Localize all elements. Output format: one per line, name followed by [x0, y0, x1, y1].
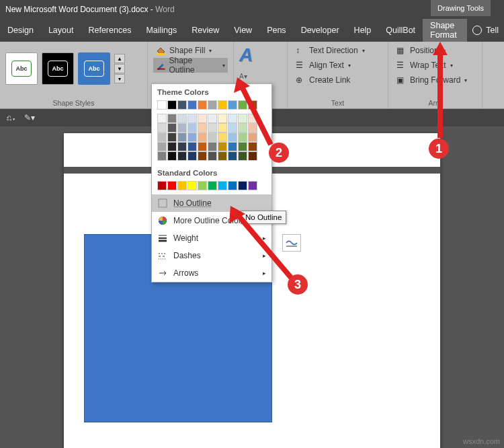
color-swatch[interactable]	[157, 133, 167, 142]
color-swatch[interactable]	[177, 151, 187, 161]
wordart-style-icon[interactable]: A	[239, 44, 253, 66]
position-icon: ▦	[396, 46, 407, 55]
color-swatch[interactable]	[208, 133, 217, 142]
color-swatch[interactable]	[198, 114, 207, 123]
tab-help[interactable]: Help	[347, 19, 379, 42]
gallery-scroll[interactable]: ▲▼▾	[114, 54, 125, 83]
standard-colors-header: Standard Colors	[152, 165, 271, 180]
color-swatch[interactable]	[157, 142, 167, 151]
tab-mailings[interactable]: Mailings	[138, 19, 184, 42]
tab-shape-format[interactable]: Shape Format	[423, 19, 467, 42]
shape-style-preset-1[interactable]: Abc	[5, 52, 38, 85]
color-swatch[interactable]	[198, 181, 207, 190]
color-swatch[interactable]	[198, 142, 207, 151]
color-swatch[interactable]	[157, 100, 167, 110]
color-swatch[interactable]	[157, 181, 167, 190]
tab-quillbot[interactable]: QuillBot	[378, 19, 423, 42]
color-swatch[interactable]	[167, 114, 177, 123]
bulb-icon	[472, 26, 482, 35]
text-direction-button[interactable]: ↕ Text Direction▾	[293, 43, 382, 58]
color-swatch[interactable]	[157, 123, 167, 133]
color-swatch[interactable]	[167, 151, 177, 161]
color-swatch[interactable]	[238, 151, 247, 161]
color-swatch[interactable]	[238, 181, 247, 190]
color-swatch[interactable]	[177, 142, 187, 151]
color-swatch[interactable]	[208, 151, 217, 161]
color-swatch[interactable]	[198, 151, 207, 161]
svg-rect-1	[157, 69, 165, 70]
color-swatch[interactable]	[167, 181, 177, 190]
align-text-button[interactable]: ☰ Align Text▾	[293, 58, 382, 73]
color-swatch[interactable]	[218, 151, 227, 161]
color-swatch[interactable]	[177, 100, 187, 110]
annotation-arrow-3	[225, 202, 299, 283]
color-swatch[interactable]	[167, 123, 177, 133]
shape-outline-button[interactable]: Shape Outline▾	[153, 58, 228, 73]
color-swatch[interactable]	[187, 133, 197, 142]
color-swatch[interactable]	[157, 151, 167, 161]
color-swatch[interactable]	[177, 114, 187, 123]
document-filename: New Microsoft Word Document (3).docx	[5, 5, 149, 14]
shape-style-preset-2[interactable]: Abc	[42, 52, 74, 85]
color-swatch[interactable]	[218, 133, 227, 142]
highlighter-icon[interactable]: ✎▾	[24, 113, 35, 122]
color-swatch[interactable]	[218, 181, 227, 190]
color-swatch[interactable]	[167, 100, 177, 110]
tab-view[interactable]: View	[226, 19, 259, 42]
color-swatch[interactable]	[228, 151, 237, 161]
tab-layout[interactable]: Layout	[41, 19, 81, 42]
color-swatch[interactable]	[208, 123, 217, 133]
group-label-shape-styles: Shape Styles	[0, 99, 147, 107]
color-swatch[interactable]	[218, 114, 227, 123]
title-bar: New Microsoft Word Document (3).docx - W…	[0, 0, 504, 19]
tab-pens[interactable]: Pens	[259, 19, 294, 42]
arrows-icon	[157, 268, 168, 278]
color-swatch[interactable]	[208, 142, 217, 151]
weight-icon	[157, 233, 168, 244]
color-swatch[interactable]	[218, 142, 227, 151]
color-swatch[interactable]	[248, 151, 257, 161]
color-swatch[interactable]	[198, 100, 207, 110]
tab-references[interactable]: References	[81, 19, 138, 42]
color-swatch[interactable]	[198, 123, 207, 133]
color-swatch[interactable]	[248, 181, 257, 190]
color-swatch[interactable]	[187, 123, 197, 133]
tab-review[interactable]: Review	[184, 19, 226, 42]
group-shape-styles: Abc Abc Abc ▲▼▾ Shape Styles	[0, 42, 148, 108]
standard-color-row	[152, 180, 271, 194]
tab-design[interactable]: Design	[0, 19, 41, 42]
undo-button[interactable]: ⎌▾	[7, 113, 16, 122]
color-swatch[interactable]	[208, 181, 217, 190]
link-icon: ⊕	[296, 75, 306, 85]
color-swatch[interactable]	[208, 114, 217, 123]
color-swatch[interactable]	[187, 142, 197, 151]
color-wheel-icon	[157, 215, 168, 226]
wrap-text-icon: ☰	[396, 61, 407, 70]
color-swatch[interactable]	[177, 181, 187, 190]
color-swatch[interactable]	[187, 100, 197, 110]
no-outline-icon	[157, 198, 168, 209]
color-swatch[interactable]	[177, 133, 187, 142]
tell-me[interactable]: Tell	[467, 26, 504, 35]
color-swatch[interactable]	[218, 123, 227, 133]
color-swatch[interactable]	[208, 100, 217, 110]
color-swatch[interactable]	[157, 114, 167, 123]
bring-forward-icon: ▣	[396, 75, 407, 85]
color-swatch[interactable]	[218, 100, 227, 110]
group-text: ↕ Text Direction▾ ☰ Align Text▾ ⊕ Create…	[288, 42, 388, 108]
color-swatch[interactable]	[187, 151, 197, 161]
color-swatch[interactable]	[187, 181, 197, 190]
tab-developer[interactable]: Developer	[294, 19, 347, 42]
align-text-icon: ☰	[296, 61, 306, 70]
color-swatch[interactable]	[167, 142, 177, 151]
annotation-arrow-2	[234, 74, 281, 148]
shape-style-preset-3[interactable]: Abc	[78, 52, 110, 85]
color-swatch[interactable]	[228, 181, 237, 190]
color-swatch[interactable]	[167, 133, 177, 142]
color-swatch[interactable]	[177, 123, 187, 133]
color-swatch[interactable]	[198, 133, 207, 142]
svg-rect-3	[159, 199, 167, 207]
color-swatch[interactable]	[187, 114, 197, 123]
create-link-button[interactable]: ⊕ Create Link	[293, 73, 382, 87]
callout-2: 2	[269, 143, 289, 163]
